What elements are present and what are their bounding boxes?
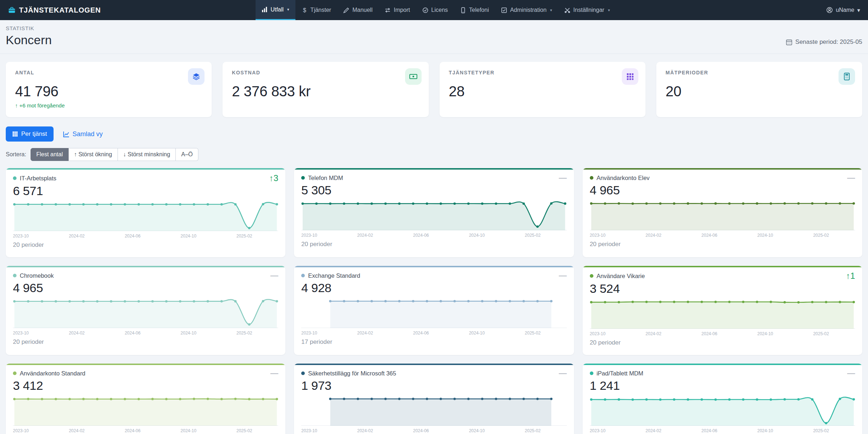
service-card[interactable]: IT-Arbetsplats ↑3 6 571 2023-102024-0220…: [6, 168, 285, 257]
stat-card-matperioder: MÄTPERIODER 20: [656, 62, 862, 117]
nav-item-label: Administration: [510, 7, 546, 13]
nav-item-manuell[interactable]: Manuell: [337, 0, 378, 20]
nav-item-import[interactable]: Import: [378, 0, 416, 20]
x-tick-label: 2024-02: [646, 331, 661, 336]
x-tick-label: 2024-10: [469, 428, 485, 433]
sort-flest-antal-button[interactable]: Flest antal: [31, 148, 69, 161]
user-icon: [826, 7, 833, 13]
x-tick-label: 2024-10: [180, 331, 196, 336]
nav-item-administration[interactable]: Administration ▾: [495, 0, 558, 20]
x-tick-label: 2024-02: [646, 428, 661, 433]
stat-card-tjanstetyper: TJÄNSTETYPER 28: [440, 62, 646, 117]
service-card[interactable]: Säkerhetstillägg för Microsoft 365 — 1 9…: [294, 364, 574, 434]
x-tick-label: 2023-10: [301, 428, 317, 433]
brand-name: TJÄNSTEKATALOGEN: [19, 6, 101, 14]
x-tick-label: 2024-06: [125, 331, 141, 336]
service-name: Säkerhetstillägg för Microsoft 365: [308, 370, 555, 377]
sparkline-chart: [590, 200, 855, 230]
series-color-dot: [590, 371, 593, 375]
stat-icon-box: [405, 68, 422, 85]
license-check-icon: [422, 7, 428, 13]
nav-item-telefoni[interactable]: Telefoni: [454, 0, 495, 20]
x-tick-label: 2025-02: [236, 331, 252, 336]
checkbox-icon: [501, 7, 507, 13]
service-name: iPad/Tablett MDM: [597, 370, 844, 377]
stat-label: TJÄNSTETYPER: [449, 70, 636, 75]
trend-badge: ↑1: [846, 272, 855, 280]
sparkline-chart: [301, 396, 566, 426]
service-card[interactable]: Användare Vikarie ↑1 3 524 2023-102024-0…: [583, 266, 862, 355]
sparkline-chart: [13, 201, 278, 231]
service-count: 1 241: [590, 379, 855, 393]
card-accent-bar: [294, 168, 574, 170]
page-eyebrow: STATISTIK: [6, 25, 52, 31]
service-card[interactable]: Telefon MDM — 5 305 2023-102024-022024-0…: [294, 168, 574, 257]
service-name: Chromebook: [20, 272, 267, 279]
layers-icon: [192, 72, 201, 81]
x-tick-label: 2024-10: [757, 331, 773, 336]
nav-item-label: Utfall: [271, 6, 284, 13]
card-accent-bar: [294, 266, 574, 267]
x-tick-label: 2024-02: [357, 428, 373, 433]
nav-item-utfall[interactable]: Utfall ▾: [256, 0, 295, 20]
service-count: 6 571: [13, 184, 278, 198]
card-accent-bar: [6, 266, 285, 267]
service-card[interactable]: iPad/Tablett MDM — 1 241 2023-102024-022…: [583, 364, 862, 434]
series-color-dot: [301, 371, 305, 375]
user-menu[interactable]: uName ▾: [826, 0, 860, 20]
per-tjanst-button[interactable]: Per tjänst: [6, 126, 54, 142]
chart-x-axis: 2023-102024-022024-062024-102025-02: [301, 427, 566, 434]
x-tick-label: 2024-06: [702, 233, 717, 238]
x-tick-label: 2023-10: [13, 234, 29, 239]
service-card[interactable]: Chromebook — 4 965 2023-102024-022024-06…: [6, 266, 285, 355]
calendar-icon: [786, 39, 793, 46]
x-tick-label: 2024-06: [413, 428, 429, 433]
periods-label: 20 perioder: [13, 241, 278, 249]
x-tick-label: 2024-10: [469, 233, 485, 238]
top-navbar: TJÄNSTEKATALOGEN Utfall ▾ $ Tjänster Man…: [0, 0, 868, 20]
chart-x-axis: 2023-102024-022024-062024-102025-02: [301, 231, 566, 240]
sort-storst-minskning-button[interactable]: ↓ Störst minskning: [118, 148, 176, 161]
periods-label: 20 perioder: [301, 241, 566, 248]
service-card[interactable]: Användarkonto Elev — 4 965 2023-102024-0…: [583, 168, 862, 257]
nav-item-licens[interactable]: Licens: [416, 0, 454, 20]
x-tick-label: 2024-06: [702, 331, 717, 336]
stat-card-antal: ANTAL 41 796 ↑ +6 mot föregående: [6, 62, 212, 117]
x-tick-label: 2024-10: [180, 428, 196, 433]
card-accent-bar: [583, 266, 862, 267]
x-tick-label: 2024-10: [757, 428, 773, 433]
trend-badge: —: [847, 174, 855, 182]
x-tick-label: 2025-02: [236, 234, 252, 239]
trend-badge: —: [847, 369, 855, 377]
app-logo[interactable]: TJÄNSTEKATALOGEN: [8, 0, 101, 20]
service-name: Telefon MDM: [308, 175, 555, 181]
main-nav: Utfall ▾ $ Tjänster Manuell Import Licen…: [256, 0, 616, 20]
chart-x-axis: 2023-102024-022024-062024-102025-02: [13, 427, 278, 434]
card-accent-bar: [6, 364, 285, 365]
service-card[interactable]: Exchange Standard — 4 928 2023-102024-02…: [294, 266, 574, 355]
chevron-down-icon: ▾: [857, 7, 860, 14]
grid-dots-icon: [626, 72, 634, 81]
trend-badge: —: [559, 272, 567, 280]
card-accent-bar: [294, 364, 574, 365]
samlad-vy-link[interactable]: Samlad vy: [63, 130, 103, 138]
sort-storst-okning-button[interactable]: ↑ Störst ökning: [69, 148, 118, 161]
service-count: 4 965: [13, 281, 278, 295]
stat-label: KOSTNAD: [232, 70, 419, 75]
sort-a-o-button[interactable]: A–Ö: [176, 148, 198, 161]
service-card[interactable]: Användarkonto Standard — 3 412 2023-1020…: [6, 364, 285, 434]
nav-item-tjanster[interactable]: $ Tjänster: [295, 0, 337, 20]
sparkline-chart: [301, 298, 566, 328]
x-tick-label: 2024-10: [757, 233, 773, 238]
periods-label: 20 perioder: [13, 338, 278, 346]
nav-item-installningar[interactable]: Inställningar ▾: [558, 0, 616, 20]
series-color-dot: [13, 274, 17, 277]
briefcase-icon: [8, 6, 16, 14]
series-color-dot: [301, 176, 305, 180]
stat-icon-box: [622, 68, 638, 85]
chart-x-axis: 2023-102024-022024-062024-102025-02: [13, 232, 278, 241]
stat-label: MÄTPERIODER: [666, 70, 853, 75]
service-count: 1 973: [301, 379, 566, 393]
page-header: STATISTIK Koncern Senaste period: 2025-0…: [0, 20, 868, 54]
periods-label: 20 perioder: [590, 339, 855, 346]
